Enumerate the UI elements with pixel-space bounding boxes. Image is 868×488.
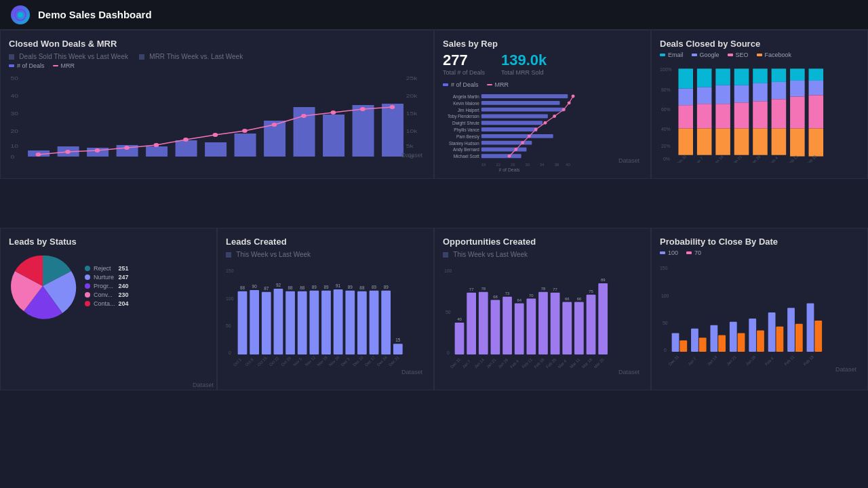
svg-rect-110: [734, 85, 749, 102]
svg-text:73: 73: [505, 291, 510, 296]
svg-rect-151: [298, 291, 307, 354]
svg-text:50: 50: [446, 310, 451, 314]
svg-rect-235: [730, 322, 737, 352]
opportunities-created-card: Opportunities Created This Week vs Last …: [434, 228, 651, 390]
closed-won-dataset: Dataset: [401, 152, 422, 159]
svg-text:78: 78: [481, 287, 486, 291]
svg-rect-100: [678, 129, 693, 155]
svg-point-38: [360, 107, 366, 111]
svg-rect-192: [491, 300, 500, 354]
svg-text:Dwight Shrute: Dwight Shrute: [452, 121, 479, 126]
app-title: Demo Sales Dashboard: [38, 9, 152, 20]
deals-closed-source-legend: Email Google SEO Facebook: [660, 52, 859, 58]
svg-text:Nov 12: Nov 12: [304, 355, 316, 367]
svg-rect-239: [768, 312, 776, 352]
leads-by-status-title: Leads by Status: [9, 237, 208, 247]
svg-text:40%: 40%: [661, 127, 671, 131]
svg-text:66: 66: [565, 297, 570, 301]
svg-text:Oct 1: Oct 1: [233, 357, 242, 367]
svg-rect-147: [274, 289, 283, 354]
svg-text:20k: 20k: [406, 93, 418, 99]
svg-rect-194: [502, 297, 512, 354]
svg-rect-18: [146, 146, 167, 157]
leads-by-status-card: Leads by Status Reject: [0, 228, 217, 390]
opportunities-created-stat-label: This Week vs Last Week: [453, 251, 528, 258]
svg-text:0: 0: [664, 348, 667, 352]
svg-rect-238: [757, 331, 764, 352]
svg-text:50: 50: [663, 321, 668, 325]
svg-rect-114: [753, 83, 768, 101]
svg-rect-155: [321, 291, 331, 354]
svg-rect-21: [235, 134, 256, 157]
svg-rect-123: [790, 96, 805, 128]
probability-to-close-dataset: Dataset: [835, 366, 856, 373]
svg-text:0: 0: [447, 350, 450, 355]
svg-rect-206: [574, 302, 584, 354]
svg-rect-200: [538, 292, 548, 354]
svg-text:77: 77: [553, 287, 557, 291]
svg-rect-26: [382, 104, 403, 157]
svg-text:30: 30: [526, 163, 530, 167]
svg-text:Mar 4: Mar 4: [557, 359, 568, 369]
svg-rect-106: [715, 85, 730, 104]
svg-text:20: 20: [11, 128, 18, 134]
svg-text:Dec 31: Dec 31: [668, 354, 679, 366]
opportunities-created-title: Opportunities Created: [443, 237, 642, 247]
svg-text:Feb 11: Feb 11: [783, 354, 795, 366]
svg-text:Pam Beesly: Pam Beesly: [456, 134, 480, 140]
svg-text:88: 88: [288, 285, 294, 290]
svg-text:64: 64: [517, 298, 521, 302]
svg-text:Nov 5: Nov 5: [292, 357, 303, 367]
svg-point-33: [213, 133, 218, 137]
svg-rect-208: [587, 295, 596, 354]
svg-rect-233: [710, 325, 717, 352]
svg-text:10: 10: [11, 143, 18, 149]
svg-point-82: [508, 155, 511, 158]
svg-rect-19: [176, 140, 197, 157]
svg-point-32: [183, 138, 189, 142]
svg-rect-186: [455, 323, 465, 354]
svg-point-80: [521, 141, 524, 144]
svg-rect-122: [790, 81, 805, 97]
svg-text:40: 40: [11, 93, 18, 99]
svg-text:26: 26: [511, 163, 515, 167]
svg-text:5k: 5k: [406, 143, 414, 149]
svg-text:Oct 8: Oct 8: [245, 357, 255, 367]
closed-won-chart: 50 40 30 20 10 0 25k 20k 15k 10k 5k 0: [9, 72, 425, 160]
svg-text:100: 100: [661, 293, 669, 298]
svg-text:22: 22: [496, 163, 500, 167]
svg-rect-103: [697, 104, 712, 128]
opportunities-created-dataset: Dataset: [618, 369, 639, 375]
svg-point-79: [528, 134, 531, 138]
svg-rect-107: [715, 104, 730, 128]
svg-rect-119: [772, 99, 787, 128]
svg-rect-231: [691, 329, 698, 352]
svg-rect-202: [551, 293, 560, 354]
svg-text:Jan 14: Jan 14: [473, 357, 485, 369]
svg-rect-188: [467, 293, 476, 354]
leads-created-title: Leads Created: [226, 237, 425, 247]
svg-rect-124: [790, 129, 805, 157]
svg-rect-165: [381, 291, 391, 354]
probability-to-close-legend: 100 70: [660, 249, 859, 256]
svg-rect-64: [481, 127, 537, 131]
svg-text:Jan 21: Jan 21: [726, 355, 737, 367]
svg-rect-108: [715, 129, 730, 155]
svg-rect-242: [795, 324, 803, 352]
svg-point-78: [534, 128, 538, 131]
svg-text:75: 75: [589, 289, 593, 293]
closed-won-legend: # of Deals MRR: [9, 62, 425, 69]
svg-point-77: [543, 121, 547, 125]
svg-text:Oct 22: Oct 22: [269, 356, 279, 367]
closed-won-title: Closed Won Deals & MRR: [9, 39, 425, 49]
svg-point-75: [562, 108, 566, 111]
sales-by-rep-title: Sales by Rep: [443, 39, 642, 49]
svg-rect-157: [334, 289, 343, 354]
svg-rect-72: [481, 154, 521, 158]
svg-rect-24: [323, 115, 344, 157]
app-header: Demo Sales Dashboard: [0, 0, 868, 30]
svg-rect-167: [393, 344, 403, 354]
svg-text:87: 87: [264, 286, 269, 291]
svg-rect-56: [481, 101, 560, 105]
svg-rect-66: [481, 134, 553, 138]
